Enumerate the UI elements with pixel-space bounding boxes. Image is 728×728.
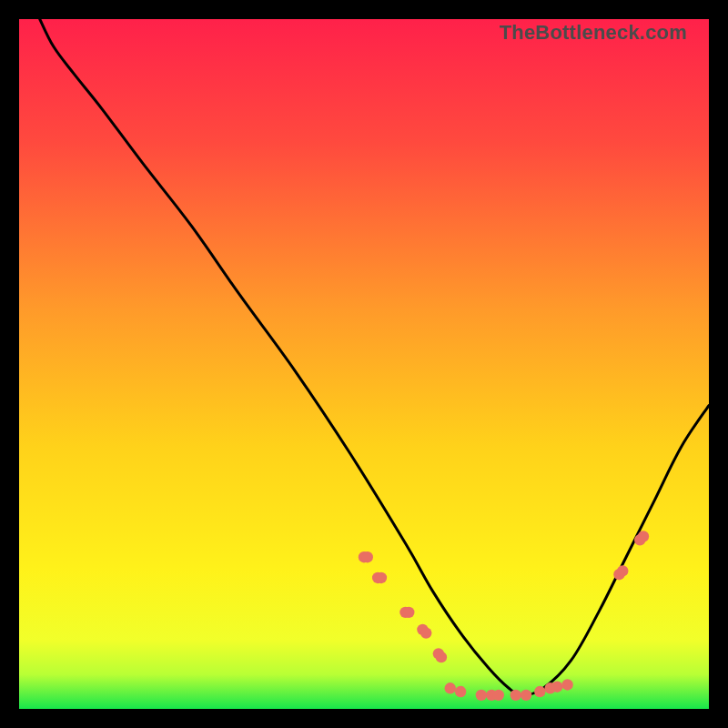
data-point <box>455 686 466 697</box>
chart-svg <box>19 19 709 709</box>
data-point <box>511 690 521 701</box>
data-point <box>638 531 649 541</box>
data-point <box>362 551 373 562</box>
watermark-text: TheBottleneck.com <box>500 21 687 45</box>
data-point <box>476 690 487 701</box>
gradient-background <box>19 19 709 709</box>
data-point <box>445 682 456 693</box>
data-point <box>493 690 504 701</box>
data-point <box>403 607 414 618</box>
data-point <box>436 652 447 662</box>
data-point <box>420 627 431 638</box>
data-point <box>617 565 628 576</box>
data-point <box>551 682 562 693</box>
data-point <box>534 686 545 697</box>
data-point <box>376 572 387 583</box>
data-point <box>561 679 572 690</box>
chart-frame: TheBottleneck.com <box>19 19 709 709</box>
data-point <box>521 690 531 701</box>
